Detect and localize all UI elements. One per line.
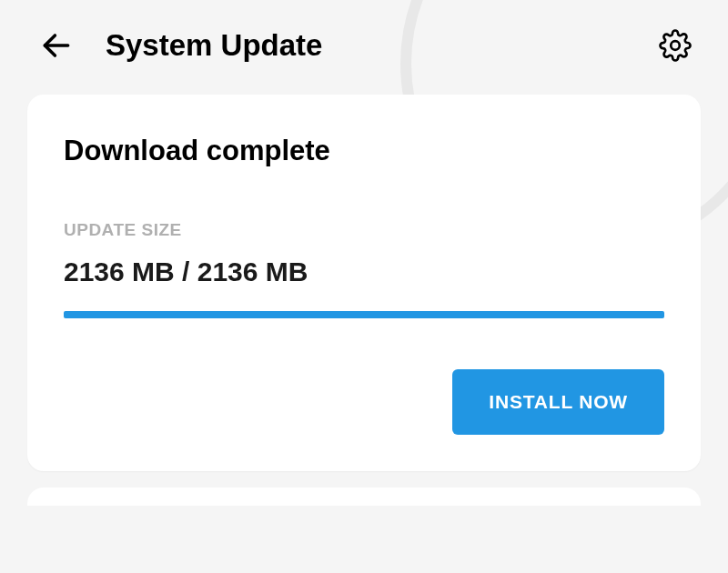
button-row: INSTALL NOW bbox=[64, 369, 664, 435]
svg-point-1 bbox=[671, 41, 680, 50]
update-card: Download complete UPDATE SIZE 2136 MB / … bbox=[27, 95, 701, 471]
page-title: System Update bbox=[106, 28, 655, 63]
install-button[interactable]: INSTALL NOW bbox=[452, 369, 664, 435]
card-heading: Download complete bbox=[64, 135, 664, 167]
gear-icon[interactable] bbox=[655, 25, 695, 65]
update-size-value: 2136 MB / 2136 MB bbox=[64, 256, 664, 287]
back-icon[interactable] bbox=[36, 25, 76, 65]
update-size-label: UPDATE SIZE bbox=[64, 220, 664, 240]
header: System Update bbox=[0, 0, 728, 84]
next-card-peek bbox=[27, 488, 701, 506]
progress-bar bbox=[64, 311, 664, 318]
